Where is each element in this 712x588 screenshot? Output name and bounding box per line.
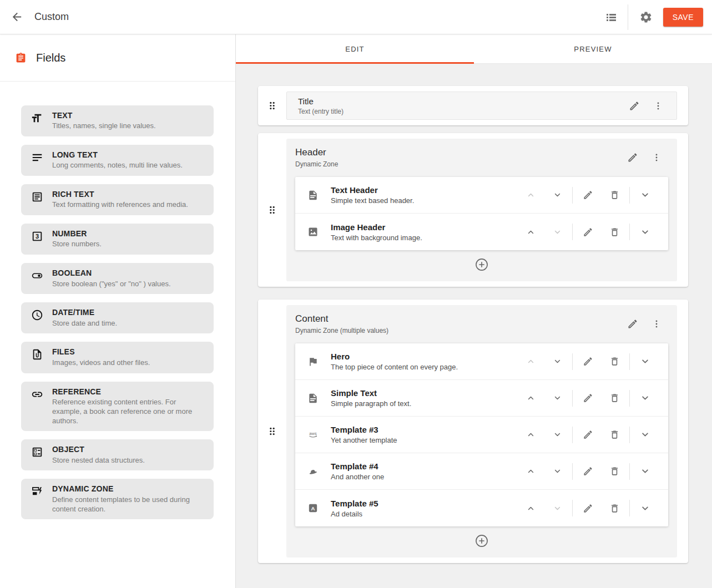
zone-title: Content bbox=[295, 313, 388, 325]
template-title: Template #4 bbox=[331, 462, 517, 471]
sidebar-item-rich-text[interactable]: RICH TEXT Text formatting with reference… bbox=[21, 184, 214, 215]
field-list-view-button[interactable] bbox=[603, 9, 619, 26]
sidebar-item-text[interactable]: TEXT Titles, names, single line values. bbox=[21, 105, 214, 136]
zone-card-content: Content Dynamic Zone (multiple values) H… bbox=[258, 300, 688, 563]
rich-text-icon bbox=[31, 191, 43, 203]
move-down-button[interactable] bbox=[544, 497, 570, 519]
add-template-button[interactable] bbox=[474, 534, 489, 548]
expand-template-button[interactable] bbox=[632, 460, 658, 483]
field-type-description: Store nested data structures. bbox=[52, 456, 145, 465]
zone-title: Header bbox=[295, 147, 338, 158]
delete-template-button[interactable] bbox=[601, 351, 628, 373]
title-field-card: Title Text (entry title) bbox=[258, 86, 688, 125]
sidebar-item-object[interactable]: OBJECT Store nested data structures. bbox=[21, 439, 214, 470]
field-menu-button[interactable] bbox=[653, 101, 663, 111]
template-actions bbox=[517, 460, 658, 483]
edit-template-button[interactable] bbox=[574, 184, 601, 206]
list-icon bbox=[604, 11, 618, 24]
template-title: Simple Text bbox=[331, 388, 517, 398]
move-down-button[interactable] bbox=[544, 351, 570, 373]
delete-template-button[interactable] bbox=[601, 497, 628, 519]
delete-template-button[interactable] bbox=[601, 424, 628, 446]
divider bbox=[572, 390, 573, 407]
expand-template-button[interactable] bbox=[632, 221, 658, 243]
template-actions bbox=[517, 351, 658, 373]
plus-circle-icon bbox=[474, 534, 489, 548]
move-down-button[interactable] bbox=[544, 387, 570, 409]
add-template-button[interactable] bbox=[474, 257, 489, 272]
divider bbox=[572, 224, 573, 240]
chevron-down-icon bbox=[553, 190, 562, 200]
hat-icon bbox=[307, 466, 319, 477]
edit-template-button[interactable] bbox=[574, 387, 601, 409]
top-bar: Custom SAVE bbox=[0, 0, 712, 34]
move-down-button[interactable] bbox=[544, 221, 570, 243]
edit-template-button[interactable] bbox=[574, 497, 601, 519]
template-title: Template #5 bbox=[331, 499, 517, 508]
move-up-button[interactable] bbox=[517, 424, 544, 446]
delete-template-button[interactable] bbox=[601, 387, 628, 409]
sidebar-item-number[interactable]: 3 NUMBER Store numbers. bbox=[21, 224, 214, 255]
edit-field-button[interactable] bbox=[629, 100, 640, 111]
chevron-up-icon bbox=[526, 467, 536, 476]
chevron-down-icon bbox=[553, 393, 562, 403]
expand-template-button[interactable] bbox=[632, 387, 658, 409]
move-up-button[interactable] bbox=[517, 497, 544, 519]
edit-template-button[interactable] bbox=[574, 424, 601, 446]
field-menu-button[interactable] bbox=[652, 153, 661, 163]
divider bbox=[572, 187, 573, 204]
expand-template-button[interactable] bbox=[632, 351, 658, 373]
divider bbox=[629, 353, 630, 370]
sidebar-item-dynamic-zone[interactable]: DYNAMIC ZONE Define content templates to… bbox=[21, 479, 214, 519]
trash-icon bbox=[609, 356, 620, 367]
field-type-description: Store date and time. bbox=[52, 319, 117, 328]
zone-panel: Header Dynamic Zone Text Header Simple t… bbox=[286, 139, 677, 281]
field-type-description: Define content templates to be used duri… bbox=[52, 495, 206, 514]
clipboard-icon bbox=[15, 52, 27, 64]
sidebar-item-boolean[interactable]: BOOLEAN Store boolean ("yes" or "no" ) v… bbox=[21, 263, 214, 294]
sidebar-item-reference[interactable]: REFERENCE Reference existing content ent… bbox=[21, 382, 214, 432]
pencil-icon bbox=[583, 227, 593, 237]
title-field-row: Title Text (entry title) bbox=[286, 92, 677, 120]
move-up-button[interactable] bbox=[517, 351, 544, 373]
template-row: A Template #5 Ad details bbox=[295, 490, 668, 526]
pencil-icon bbox=[583, 393, 593, 403]
move-down-button[interactable] bbox=[544, 424, 570, 446]
save-button[interactable]: SAVE bbox=[663, 8, 703, 27]
pencil-icon bbox=[583, 356, 593, 367]
drag-handle[interactable] bbox=[258, 92, 286, 120]
delete-template-button[interactable] bbox=[601, 460, 628, 483]
edit-template-button[interactable] bbox=[574, 460, 601, 483]
tab-edit[interactable]: EDIT bbox=[236, 34, 474, 63]
move-up-button[interactable] bbox=[517, 460, 544, 483]
fields-sidebar: Fields TEXT Titles, names, single line v… bbox=[0, 34, 236, 588]
expand-template-button[interactable] bbox=[632, 424, 658, 446]
field-menu-button[interactable] bbox=[652, 319, 661, 329]
move-down-button[interactable] bbox=[544, 460, 570, 483]
template-actions bbox=[517, 221, 658, 243]
move-down-button[interactable] bbox=[544, 184, 570, 206]
edit-field-button[interactable] bbox=[627, 152, 638, 163]
back-button[interactable] bbox=[7, 7, 27, 27]
drag-handle[interactable] bbox=[258, 139, 286, 281]
expand-template-button[interactable] bbox=[632, 184, 658, 206]
move-up-button[interactable] bbox=[517, 184, 544, 206]
settings-button[interactable] bbox=[638, 9, 654, 26]
template-description: The top piece of content on every page. bbox=[331, 363, 517, 371]
delete-template-button[interactable] bbox=[601, 221, 628, 243]
expand-template-button[interactable] bbox=[632, 497, 658, 519]
edit-field-button[interactable] bbox=[627, 318, 638, 330]
edit-template-button[interactable] bbox=[574, 351, 601, 373]
sidebar-item-date-time[interactable]: DATE/TIME Store date and time. bbox=[21, 302, 214, 333]
edit-template-button[interactable] bbox=[574, 221, 601, 243]
field-type-label: DYNAMIC ZONE bbox=[52, 484, 206, 494]
sidebar-item-long-text[interactable]: LONG TEXT Long comments, notes, multi li… bbox=[21, 145, 214, 176]
drag-handle[interactable] bbox=[258, 305, 286, 557]
move-up-button[interactable] bbox=[517, 387, 544, 409]
delete-template-button[interactable] bbox=[601, 184, 628, 206]
sidebar-item-files[interactable]: FILES Images, videos and other files. bbox=[21, 342, 214, 373]
field-type-label: LONG TEXT bbox=[52, 150, 183, 160]
move-up-button[interactable] bbox=[517, 221, 544, 243]
field-type-label: TEXT bbox=[52, 110, 156, 120]
tab-preview[interactable]: PREVIEW bbox=[474, 34, 712, 63]
